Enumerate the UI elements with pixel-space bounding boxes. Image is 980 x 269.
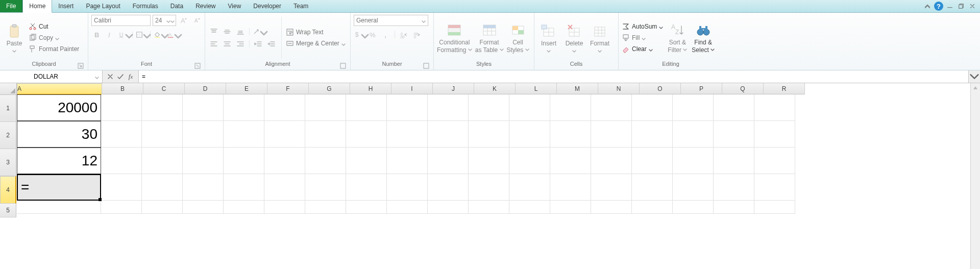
- cell[interactable]: [346, 201, 387, 214]
- ribbon-minimize-icon[interactable]: [923, 2, 932, 11]
- align-left-button[interactable]: [208, 38, 219, 50]
- column-header[interactable]: D: [185, 83, 226, 94]
- cell[interactable]: [754, 201, 795, 214]
- cell[interactable]: [509, 94, 550, 121]
- column-header[interactable]: P: [681, 83, 722, 94]
- font-name-select[interactable]: [91, 15, 151, 26]
- copy-button[interactable]: Copy: [29, 33, 79, 43]
- cell[interactable]: [387, 174, 428, 201]
- cell[interactable]: [387, 148, 428, 174]
- cell[interactable]: [224, 201, 264, 214]
- column-header[interactable]: B: [102, 83, 143, 94]
- cell[interactable]: [224, 174, 264, 201]
- dialog-launcher-icon[interactable]: [194, 63, 201, 69]
- cell[interactable]: 20000: [17, 94, 101, 121]
- cell[interactable]: [305, 121, 346, 148]
- row-header[interactable]: 4: [0, 176, 16, 204]
- cell[interactable]: [346, 94, 387, 121]
- percent-button[interactable]: %: [367, 29, 378, 40]
- cell[interactable]: [754, 121, 795, 148]
- cell[interactable]: [509, 201, 550, 214]
- fill-button[interactable]: Fill: [622, 33, 663, 43]
- font-color-button[interactable]: A: [167, 29, 178, 40]
- close-icon[interactable]: [968, 2, 977, 11]
- name-box[interactable]: [0, 70, 103, 83]
- align-right-button[interactable]: [235, 38, 246, 50]
- tab-view[interactable]: View: [222, 0, 248, 12]
- column-header[interactable]: H: [350, 83, 391, 94]
- cell[interactable]: [428, 121, 469, 148]
- cell[interactable]: [346, 121, 387, 148]
- decrease-indent-button[interactable]: [253, 38, 264, 50]
- cell[interactable]: [509, 121, 550, 148]
- column-header[interactable]: G: [309, 83, 350, 94]
- cell[interactable]: [469, 174, 509, 201]
- cell[interactable]: [387, 121, 428, 148]
- cell[interactable]: [305, 148, 346, 174]
- insert-cells-button[interactable]: Insert: [537, 16, 560, 59]
- tab-home[interactable]: Home: [22, 0, 52, 13]
- sort-filter-button[interactable]: AZ Sort & Filter: [666, 16, 689, 59]
- orientation-button[interactable]: [253, 26, 264, 37]
- cell[interactable]: [387, 94, 428, 121]
- align-center-button[interactable]: [222, 38, 233, 50]
- cell[interactable]: [428, 201, 469, 214]
- cell[interactable]: [264, 148, 305, 174]
- cell[interactable]: [673, 121, 714, 148]
- cell[interactable]: [183, 121, 224, 148]
- cell-styles-button[interactable]: Cell Styles: [507, 16, 529, 59]
- cell[interactable]: [714, 94, 754, 121]
- cell[interactable]: =: [17, 174, 101, 201]
- cell[interactable]: [428, 174, 469, 201]
- cancel-formula-button[interactable]: [106, 72, 115, 81]
- cell[interactable]: [142, 94, 183, 121]
- format-painter-button[interactable]: Format Painter: [29, 44, 79, 54]
- cell[interactable]: [142, 121, 183, 148]
- cell[interactable]: [632, 121, 673, 148]
- formula-input[interactable]: [139, 70, 968, 83]
- cell[interactable]: [264, 121, 305, 148]
- cell[interactable]: [183, 174, 224, 201]
- cell[interactable]: [714, 148, 754, 174]
- column-header[interactable]: E: [226, 83, 267, 94]
- column-header[interactable]: O: [640, 83, 681, 94]
- row-header[interactable]: 3: [0, 149, 16, 176]
- cell[interactable]: [673, 201, 714, 214]
- chevron-down-icon[interactable]: [95, 75, 99, 79]
- cell[interactable]: [183, 94, 224, 121]
- shrink-font-button[interactable]: A: [191, 15, 203, 26]
- cell[interactable]: [469, 148, 509, 174]
- align-top-button[interactable]: [208, 26, 219, 37]
- cell[interactable]: [509, 148, 550, 174]
- cell[interactable]: 12: [17, 148, 101, 174]
- cell[interactable]: [754, 148, 795, 174]
- cell[interactable]: [142, 201, 183, 214]
- cell[interactable]: [101, 121, 142, 148]
- column-header[interactable]: A: [17, 83, 102, 95]
- bold-button[interactable]: B: [91, 29, 103, 40]
- cell[interactable]: [346, 148, 387, 174]
- help-icon[interactable]: ?: [934, 2, 943, 11]
- cell[interactable]: [305, 94, 346, 121]
- insert-function-button[interactable]: fx: [126, 72, 135, 81]
- row-header[interactable]: 1: [0, 95, 16, 122]
- cell[interactable]: [591, 148, 632, 174]
- cell[interactable]: [224, 148, 264, 174]
- cell[interactable]: [224, 121, 264, 148]
- number-format-select[interactable]: General: [354, 15, 428, 26]
- cell[interactable]: [754, 94, 795, 121]
- cell[interactable]: [346, 174, 387, 201]
- cell[interactable]: [591, 201, 632, 214]
- tab-team[interactable]: Team: [287, 0, 314, 12]
- column-header[interactable]: J: [433, 83, 474, 94]
- cell[interactable]: 30: [17, 121, 101, 148]
- cell[interactable]: [101, 201, 142, 214]
- cell[interactable]: [469, 94, 509, 121]
- cell[interactable]: [101, 94, 142, 121]
- find-select-button[interactable]: Find & Select: [692, 16, 715, 59]
- merge-center-button[interactable]: Merge & Center: [286, 38, 346, 48]
- cell[interactable]: [714, 174, 754, 201]
- cell[interactable]: [632, 94, 673, 121]
- column-header[interactable]: C: [143, 83, 185, 94]
- cell[interactable]: [632, 201, 673, 214]
